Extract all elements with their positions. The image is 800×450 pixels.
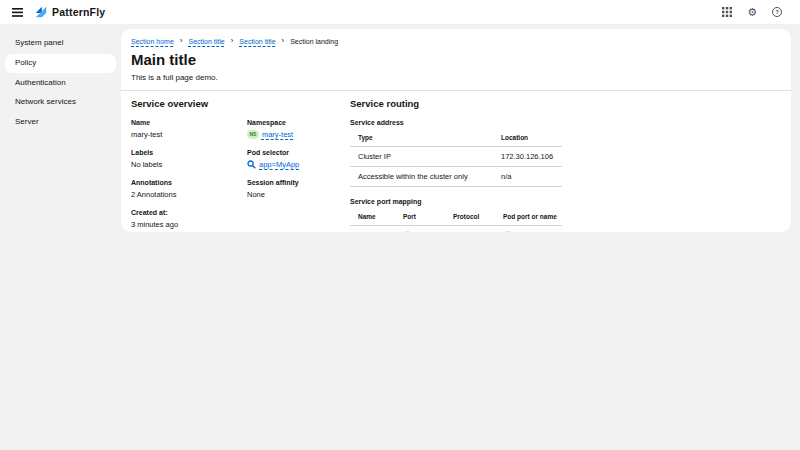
cell-type: Cluster IP (350, 146, 493, 166)
field-label: Name (131, 119, 247, 126)
apps-grid-icon (722, 7, 732, 17)
chevron-right-icon: › (231, 37, 234, 45)
field-value: 2 Annotations (131, 190, 247, 199)
table-row: -- S 80 TCP P (350, 225, 562, 232)
settings-button[interactable]: ⚙ (743, 5, 761, 20)
brand-name: PatternFly (52, 6, 105, 18)
field-pod-selector: Pod selector app=MyApp (247, 149, 350, 169)
sidebar-item-server[interactable]: Server (5, 113, 116, 132)
cell-port-name: -- (350, 225, 395, 232)
card-body: Service overview Name mary-test Namespac… (121, 91, 791, 233)
sidebar-item-policy[interactable]: Policy (5, 54, 116, 73)
main-area: Section home › Section title › Section t… (121, 24, 800, 450)
column-header-name: Name (350, 207, 395, 226)
cell-pod-port-value: 80 (515, 231, 523, 233)
field-namespace: Namespace NS mary-test (247, 119, 350, 139)
service-overview-title: Service overview (131, 98, 350, 109)
field-name: Name mary-test (131, 119, 247, 139)
gear-icon: ⚙ (747, 7, 757, 18)
page-layout: System panel Policy Authentication Netwo… (0, 24, 800, 450)
column-header-pod-port: Pod port or name (495, 207, 562, 226)
column-header-location: Location (493, 128, 562, 147)
cell-protocol: TCP (445, 225, 495, 232)
page-title: Main title (131, 52, 781, 69)
field-value: mary-test (131, 130, 247, 139)
namespace-link[interactable]: mary-test (262, 130, 293, 139)
cell-type: Accessible within the cluster only (350, 166, 493, 186)
service-address-table: Type Location Cluster IP 172.30.126.106 … (350, 128, 562, 187)
hamburger-icon (12, 8, 23, 17)
breadcrumb-current-page: Section landing (290, 38, 338, 45)
content-card: Section home › Section title › Section t… (121, 29, 791, 232)
field-label: Namespace (247, 119, 350, 126)
field-value: 3 minutes ago (131, 220, 247, 229)
service-overview-section: Service overview Name mary-test Namespac… (131, 98, 350, 233)
chevron-right-icon: › (180, 37, 183, 45)
cell-location: 172.30.126.106 (493, 146, 562, 166)
service-routing-title: Service routing (350, 98, 562, 109)
table-header-row: Type Location (350, 128, 562, 147)
service-port-badge: S (403, 231, 412, 233)
service-address-title: Service address (350, 119, 562, 126)
field-label: Created at: (131, 209, 247, 216)
column-header-protocol: Protocol (445, 207, 495, 226)
breadcrumb: Section home › Section title › Section t… (131, 37, 781, 45)
field-created-at: Created at: 3 minutes ago (131, 209, 247, 229)
chevron-right-icon: › (282, 37, 285, 45)
brand-logo-link[interactable]: PatternFly (34, 5, 105, 19)
field-labels: Labels No labels (131, 149, 247, 169)
sidebar-item-system-panel[interactable]: System panel (5, 34, 116, 53)
cell-port-value: 80 (415, 231, 423, 233)
breadcrumb-link-section-title-2[interactable]: Section title (239, 38, 275, 45)
field-label: Session affinity (247, 179, 350, 186)
hamburger-menu-button[interactable] (8, 6, 27, 19)
service-port-mapping-title: Service port mapping (350, 198, 562, 205)
sidebar: System panel Policy Authentication Netwo… (0, 24, 121, 450)
column-header-type: Type (350, 128, 493, 147)
patternfly-logo-icon (34, 5, 48, 19)
field-value: No labels (131, 160, 247, 169)
table-row: Cluster IP 172.30.126.106 (350, 146, 562, 166)
field-label: Pod selector (247, 149, 350, 156)
field-label: Annotations (131, 179, 247, 186)
breadcrumb-link-section-title-1[interactable]: Section title (188, 38, 224, 45)
pod-port-badge: P (503, 231, 512, 233)
cell-location: n/a (493, 166, 562, 186)
service-routing-section: Service routing Service address Type Loc… (350, 98, 562, 233)
field-annotations: Annotations 2 Annotations (131, 179, 247, 199)
masthead: PatternFly ⚙ ? (0, 0, 800, 24)
page-subtitle: This is a full page demo. (131, 73, 781, 82)
help-button[interactable]: ? (768, 5, 786, 19)
field-value: None (247, 190, 350, 199)
masthead-actions: ⚙ ? (718, 5, 786, 20)
breadcrumb-link-section-home[interactable]: Section home (131, 38, 174, 45)
service-port-mapping-table: Name Port Protocol Pod port or name -- (350, 207, 562, 233)
help-icon: ? (772, 7, 782, 17)
column-header-port: Port (395, 207, 445, 226)
field-session-affinity: Session affinity None (247, 179, 350, 199)
sidebar-item-authentication[interactable]: Authentication (5, 74, 116, 93)
apps-grid-button[interactable] (718, 5, 736, 19)
pod-selector-link[interactable]: app=MyApp (259, 160, 299, 169)
sidebar-item-network-services[interactable]: Network services (5, 93, 116, 112)
namespace-badge: NS (247, 130, 259, 139)
service-overview-fields: Name mary-test Namespace NS mary-test La… (131, 119, 350, 229)
page-header: Section home › Section title › Section t… (121, 29, 791, 91)
field-label: Labels (131, 149, 247, 156)
search-icon (247, 160, 256, 169)
table-header-row: Name Port Protocol Pod port or name (350, 207, 562, 226)
table-row: Accessible within the cluster only n/a (350, 166, 562, 186)
